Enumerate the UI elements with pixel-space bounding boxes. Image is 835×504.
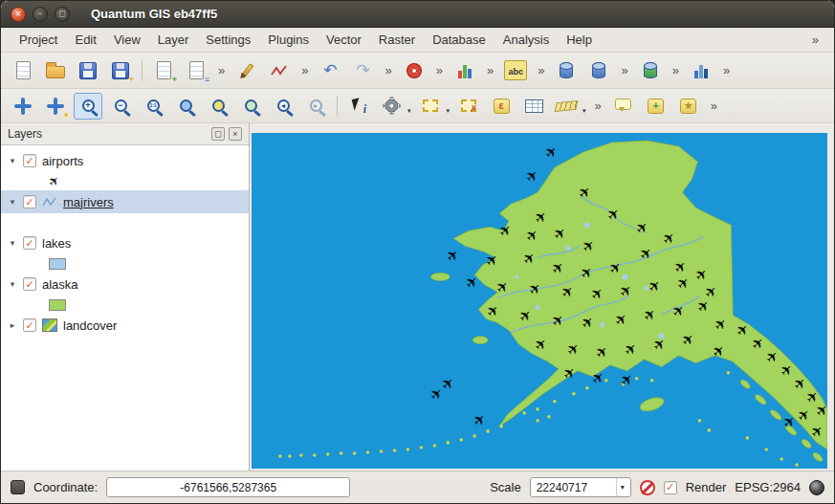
- menu-raster[interactable]: Raster: [370, 29, 424, 51]
- collapse-icon[interactable]: ▾: [8, 279, 17, 289]
- layer-item-landcover[interactable]: ▸✓landcover: [1, 314, 249, 337]
- open-field-calculator-icon[interactable]: ε: [487, 93, 516, 120]
- new-print-composer-icon[interactable]: +: [149, 57, 178, 84]
- zoom-next-icon[interactable]: ▸: [301, 93, 330, 120]
- db-manager-icon[interactable]: [552, 57, 581, 84]
- menu-vector[interactable]: Vector: [318, 29, 370, 51]
- toolbar-overflow-icon[interactable]: »: [589, 99, 607, 113]
- help-contents-icon[interactable]: [400, 57, 428, 84]
- spatialite-manager-icon[interactable]: [584, 57, 613, 84]
- zoom-to-selection-icon[interactable]: [204, 93, 232, 120]
- menu-layer[interactable]: Layer: [149, 29, 198, 51]
- toggle-editing-icon[interactable]: [232, 57, 261, 84]
- pan-map-icon[interactable]: [9, 93, 37, 120]
- map-tips-icon[interactable]: [609, 93, 638, 120]
- zoom-last-icon[interactable]: ◂: [269, 93, 297, 120]
- extent-toggle-icon[interactable]: [11, 480, 25, 494]
- measure-line-dropdown-icon[interactable]: ▾: [582, 107, 586, 115]
- new-bookmark-icon[interactable]: +: [642, 93, 670, 120]
- save-project-as-icon[interactable]: +: [106, 57, 135, 84]
- layer-item-lakes[interactable]: ▾✓lakes: [1, 231, 249, 254]
- new-project-icon[interactable]: [9, 57, 37, 84]
- airport-marker: ✈: [636, 244, 655, 263]
- toolbar-separator: [142, 60, 143, 81]
- toolbar-overflow-icon[interactable]: »: [212, 63, 231, 77]
- menubar-overflow-icon[interactable]: »: [806, 33, 824, 47]
- menu-settings[interactable]: Settings: [197, 29, 259, 51]
- maximize-button[interactable]: ◻: [55, 7, 70, 22]
- show-bookmarks-icon[interactable]: ★: [674, 93, 703, 120]
- collapse-icon[interactable]: ▾: [8, 238, 17, 248]
- zoom-full-icon[interactable]: [171, 93, 200, 120]
- coordinate-input[interactable]: [106, 477, 350, 497]
- scale-combobox[interactable]: 22240717 ▾: [530, 477, 631, 497]
- toolbar-overflow-icon[interactable]: »: [532, 63, 550, 77]
- layer-checkbox[interactable]: ✓: [23, 318, 36, 332]
- layer-checkbox[interactable]: ✓: [23, 236, 36, 250]
- stop-render-icon[interactable]: [640, 480, 655, 495]
- select-features-icon[interactable]: [416, 93, 445, 120]
- zoom-to-layer-icon[interactable]: [236, 93, 265, 120]
- float-panel-icon[interactable]: ◻: [211, 127, 225, 141]
- toolbar-overflow-icon[interactable]: »: [379, 63, 397, 77]
- zoom-out-icon[interactable]: −: [106, 93, 135, 120]
- title-bar[interactable]: ×−◻ Quantum GIS eb47ff5: [1, 1, 834, 28]
- zoom-in-icon[interactable]: +: [74, 93, 102, 120]
- zoom-native-icon[interactable]: 1:1: [139, 93, 167, 120]
- postgis-manager-icon[interactable]: [636, 57, 665, 84]
- redo-icon[interactable]: ↷: [348, 57, 377, 84]
- measure-line-icon[interactable]: [552, 93, 581, 120]
- statistics-icon[interactable]: [687, 57, 715, 84]
- deselect-features-icon[interactable]: ✗: [454, 93, 483, 120]
- layer-checkbox[interactable]: ✓: [23, 277, 36, 291]
- layer-label: majrivers: [63, 195, 114, 209]
- layer-item-airports[interactable]: ▾✓airports: [1, 149, 249, 172]
- open-project-icon[interactable]: [41, 57, 70, 84]
- projection-icon[interactable]: [809, 480, 824, 495]
- toolbar-overflow-icon[interactable]: »: [705, 99, 723, 113]
- toolbar-overflow-icon[interactable]: »: [481, 63, 499, 77]
- layer-checkbox[interactable]: ✓: [23, 154, 36, 167]
- undo-icon[interactable]: ↶: [316, 57, 344, 84]
- toolbar-overflow-icon[interactable]: »: [717, 63, 736, 77]
- toolbar-overflow-icon[interactable]: »: [615, 63, 633, 77]
- open-attribute-table-icon[interactable]: [519, 93, 548, 120]
- minimize-button[interactable]: −: [33, 7, 48, 22]
- close-button[interactable]: ×: [11, 7, 26, 22]
- render-checkbox[interactable]: ✓: [664, 481, 677, 494]
- select-features-dropdown-icon[interactable]: ▾: [447, 107, 450, 115]
- airport-marker: ✈: [541, 142, 560, 162]
- airport-marker: ✈: [673, 274, 692, 293]
- expand-icon[interactable]: ▸: [8, 320, 17, 330]
- toolbar-overflow-icon[interactable]: »: [667, 63, 685, 77]
- collapse-icon[interactable]: ▾: [8, 156, 17, 165]
- menu-view[interactable]: View: [105, 29, 149, 51]
- menu-database[interactable]: Database: [424, 29, 494, 51]
- airport-marker: ✈: [649, 335, 669, 354]
- composer-manager-icon[interactable]: ≡: [182, 57, 210, 84]
- map-canvas[interactable]: ✈✈✈✈✈✈✈✈✈✈✈✈✈✈✈✈✈✈✈✈✈✈✈✈✈✈✈✈✈✈✈✈✈✈✈✈✈✈✈✈…: [252, 133, 827, 469]
- menu-project[interactable]: Project: [11, 29, 66, 51]
- menu-edit[interactable]: Edit: [66, 29, 104, 51]
- capture-line-icon[interactable]: [265, 57, 294, 84]
- labeling-icon[interactable]: abc: [501, 57, 530, 84]
- layer-item-majrivers[interactable]: ▾✓majrivers: [1, 190, 249, 213]
- layer-checkbox[interactable]: ✓: [23, 195, 36, 208]
- toolbar-overflow-icon[interactable]: »: [430, 63, 449, 77]
- collapse-icon[interactable]: ▾: [8, 197, 17, 207]
- scale-dropdown-icon[interactable]: ▾: [616, 478, 628, 496]
- menu-help[interactable]: Help: [558, 29, 601, 51]
- layer-label: airports: [42, 154, 83, 168]
- toolbar-overflow-icon[interactable]: »: [296, 63, 314, 77]
- pan-to-selection-icon[interactable]: ●: [41, 93, 70, 120]
- close-panel-icon[interactable]: ×: [229, 127, 242, 141]
- menu-plugins[interactable]: Plugins: [259, 29, 318, 51]
- run-feature-action-icon[interactable]: [377, 93, 406, 120]
- identify-features-icon[interactable]: i: [344, 93, 373, 120]
- raster-histogram-icon[interactable]: [450, 57, 479, 84]
- menu-analysis[interactable]: Analysis: [494, 29, 558, 51]
- layer-item-alaska[interactable]: ▾✓alaska: [1, 273, 249, 296]
- run-feature-action-dropdown-icon[interactable]: ▾: [407, 107, 411, 115]
- save-project-icon[interactable]: [74, 57, 102, 84]
- airport-marker: ✈: [462, 273, 481, 292]
